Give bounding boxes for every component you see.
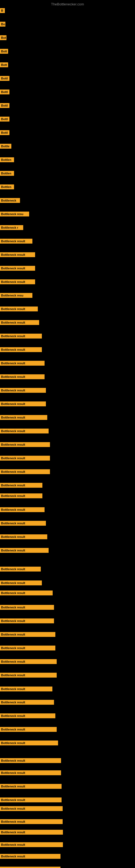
bottleneck-label-13: Bottlen	[0, 171, 14, 176]
bottleneck-label-56: Bottleneck result	[0, 758, 61, 763]
bottleneck-label-41: Bottleneck result	[0, 548, 49, 553]
bottleneck-label-38: Bottleneck result	[0, 507, 45, 512]
bottleneck-label-1: B	[0, 8, 5, 13]
bottleneck-label-21: Bottleneck result	[0, 279, 35, 284]
bottleneck-label-40: Bottleneck result	[0, 534, 47, 539]
bottleneck-label-59: Bottleneck result	[0, 798, 61, 802]
bottleneck-label-43: Bottleneck result	[0, 581, 42, 585]
bottleneck-label-53: Bottleneck result	[0, 713, 55, 718]
bottleneck-label-62: Bottleneck result	[0, 830, 63, 835]
bottleneck-label-25: Bottleneck result	[0, 334, 42, 339]
bottleneck-label-26: Bottleneck result	[0, 347, 42, 352]
bottleneck-label-44: Bottleneck result	[0, 590, 53, 595]
bottleneck-label-27: Bottleneck result	[0, 361, 45, 366]
bottleneck-label-12: Bottlen	[0, 157, 14, 162]
bottleneck-label-6: Bottl	[0, 76, 9, 81]
bottleneck-label-34: Bottleneck result	[0, 456, 50, 461]
bottleneck-label-54: Bottleneck result	[0, 727, 57, 732]
bottleneck-label-60: Bottleneck result	[0, 806, 63, 811]
bottleneck-label-9: Bottl	[0, 117, 9, 122]
bottleneck-label-5: Bott	[0, 62, 8, 67]
bottleneck-label-20: Bottleneck result	[0, 266, 35, 271]
bottleneck-label-30: Bottleneck result	[0, 401, 46, 406]
bottleneck-label-8: Bottl	[0, 103, 9, 108]
bottleneck-label-28: Bottleneck result	[0, 374, 45, 379]
bottleneck-label-46: Bottleneck result	[0, 618, 54, 623]
bottleneck-label-65: Bottleneck result	[0, 867, 60, 868]
bottleneck-label-49: Bottleneck result	[0, 659, 57, 664]
bottleneck-label-52: Bottleneck result	[0, 700, 54, 705]
bottleneck-label-24: Bottleneck result	[0, 320, 39, 325]
bottleneck-label-2: Bo	[0, 22, 5, 27]
bottleneck-label-32: Bottleneck result	[0, 429, 49, 433]
bottleneck-label-61: Bottleneck result	[0, 819, 63, 824]
bottleneck-label-64: Bottleneck result	[0, 854, 60, 859]
bottleneck-label-14: Bottlen	[0, 184, 14, 189]
bottleneck-label-51: Bottleneck result	[0, 686, 52, 691]
bottleneck-label-33: Bottleneck result	[0, 442, 50, 447]
bottleneck-label-15: Bottleneck	[0, 198, 20, 203]
bottleneck-label-7: Bottl	[0, 90, 9, 94]
bottleneck-label-11: Bottle	[0, 144, 11, 149]
bottleneck-label-39: Bottleneck result	[0, 521, 46, 526]
bottleneck-label-45: Bottleneck result	[0, 605, 54, 610]
bottleneck-label-55: Bottleneck result	[0, 741, 58, 745]
bottleneck-label-48: Bottleneck result	[0, 646, 55, 650]
bottleneck-label-50: Bottleneck result	[0, 673, 57, 678]
bottleneck-label-4: Bott	[0, 49, 8, 54]
bottleneck-label-23: Bottleneck result	[0, 307, 38, 311]
bottleneck-label-42: Bottleneck result	[0, 567, 41, 571]
bottleneck-label-58: Bottleneck result	[0, 784, 61, 789]
bottleneck-label-29: Bottleneck result	[0, 388, 46, 393]
site-title: TheBottlenecker.com	[51, 2, 84, 6]
bottleneck-label-19: Bottleneck result	[0, 252, 35, 257]
bottleneck-label-22: Bottleneck resu	[0, 293, 32, 298]
bottleneck-label-3: Bot	[0, 35, 6, 40]
bottleneck-label-17: Bottleneck r	[0, 225, 23, 230]
bottleneck-label-31: Bottleneck result	[0, 415, 47, 420]
bottleneck-label-36: Bottleneck result	[0, 483, 42, 488]
bottleneck-label-47: Bottleneck result	[0, 632, 55, 637]
bottleneck-label-35: Bottleneck result	[0, 469, 50, 474]
bottleneck-label-37: Bottleneck result	[0, 493, 42, 498]
bottleneck-label-63: Bottleneck result	[0, 842, 63, 847]
bottleneck-label-57: Bottleneck result	[0, 770, 61, 775]
bottleneck-label-18: Bottleneck result	[0, 239, 32, 244]
bottleneck-label-16: Bottleneck resu	[0, 212, 29, 216]
bottleneck-label-10: Bottl	[0, 130, 9, 135]
